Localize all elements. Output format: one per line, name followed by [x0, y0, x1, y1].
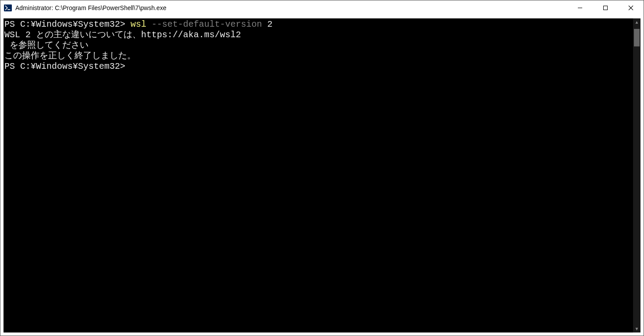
scroll-up-icon[interactable]: ▲: [633, 18, 640, 26]
command-text: wsl: [131, 19, 146, 29]
output-line: を参照してください: [4, 40, 88, 50]
output-line: WSL 2 との主な違いについては、https://aka.ms/wsl2: [4, 30, 241, 40]
svg-rect-3: [604, 6, 608, 10]
window-controls: [567, 0, 644, 15]
minimize-button[interactable]: [567, 0, 593, 15]
titlebar[interactable]: Administrator: C:\Program Files\PowerShe…: [0, 0, 644, 15]
maximize-button[interactable]: [593, 0, 618, 15]
powershell-window: Administrator: C:\Program Files\PowerShe…: [0, 0, 644, 336]
window-title: Administrator: C:\Program Files\PowerShe…: [15, 4, 567, 11]
close-button[interactable]: [618, 0, 644, 15]
argument-text: --set-default-version: [146, 19, 267, 29]
terminal-output[interactable]: PS C:¥Windows¥System32> wsl --set-defaul…: [4, 18, 633, 332]
prompt-text: PS C:¥Windows¥System32>: [4, 19, 131, 29]
powershell-icon: [4, 4, 12, 12]
output-line: この操作を正しく終了しました。: [4, 51, 136, 61]
value-text: 2: [267, 19, 272, 29]
scrollbar-thumb[interactable]: [634, 29, 640, 46]
terminal-container: PS C:¥Windows¥System32> wsl --set-defaul…: [0, 15, 644, 336]
svg-rect-0: [4, 4, 12, 11]
scroll-down-icon[interactable]: ▼: [633, 325, 640, 332]
scrollbar[interactable]: ▲ ▼: [633, 18, 640, 332]
prompt-text: PS C:¥Windows¥System32>: [4, 61, 125, 71]
